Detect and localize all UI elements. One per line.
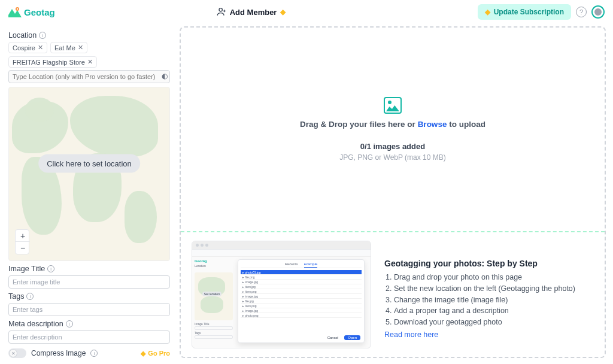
read-more-link[interactable]: Read more here xyxy=(384,330,438,339)
add-member-button[interactable]: Add Member ◆ xyxy=(217,7,286,18)
tags-input[interactable] xyxy=(8,303,170,316)
update-subscription-button[interactable]: ◆ Update Subscription xyxy=(478,4,571,20)
help-title: Geotagging your photos: Step by Step xyxy=(384,259,594,268)
location-chip[interactable]: Cospire✕ xyxy=(8,42,47,53)
update-subscription-label: Update Subscription xyxy=(494,8,564,16)
info-icon[interactable]: i xyxy=(39,32,46,39)
add-member-icon xyxy=(217,7,226,18)
gem-icon: ◆ xyxy=(485,8,490,16)
add-member-label: Add Member xyxy=(230,8,277,17)
go-pro-link[interactable]: ◆Go Pro xyxy=(141,350,170,357)
meta-input[interactable] xyxy=(8,330,170,344)
pro-badge-icon: ◐ xyxy=(162,72,168,80)
help-step: Change the image title (image file) xyxy=(394,295,594,306)
help-panel: Geotag Location Set location Image Title… xyxy=(181,232,605,357)
logo-icon xyxy=(8,7,22,17)
gem-icon: ◆ xyxy=(141,350,145,357)
main-panel: Drag & Drop your files here or Browse to… xyxy=(177,24,613,364)
image-icon xyxy=(384,97,402,114)
top-bar: Geotag Add Member ◆ ◆ Update Subscriptio… xyxy=(0,0,613,24)
compress-toggle[interactable]: ✕ xyxy=(8,348,26,358)
logo[interactable]: Geotag xyxy=(8,7,55,17)
svg-point-2 xyxy=(219,8,222,11)
gem-icon: ◆ xyxy=(280,8,286,16)
location-input[interactable] xyxy=(8,70,170,83)
zoom-out-button[interactable]: − xyxy=(16,242,30,254)
close-icon[interactable]: ✕ xyxy=(78,44,83,51)
sidebar: Location i Cospire✕ Eat Me✕ FREITAG Flag… xyxy=(0,24,177,364)
info-icon[interactable]: i xyxy=(26,293,34,300)
help-steps: Drag and drop your photo on this page Se… xyxy=(384,272,594,328)
drop-text: Drag & Drop your files here or Browse to… xyxy=(300,120,485,129)
drop-zone[interactable]: Drag & Drop your files here or Browse to… xyxy=(181,28,605,231)
location-chip[interactable]: Eat Me✕ xyxy=(50,42,87,53)
avatar[interactable] xyxy=(591,5,605,19)
set-location-button[interactable]: Click here to set location xyxy=(38,154,140,173)
image-title-label: Image Titlei xyxy=(8,265,170,273)
info-icon[interactable]: i xyxy=(66,320,73,327)
compress-label: Compress Image xyxy=(31,349,86,357)
svg-point-1 xyxy=(17,8,18,10)
browse-link[interactable]: Browse xyxy=(418,120,447,129)
tutorial-thumbnail: Geotag Location Set location Image Title… xyxy=(192,241,371,348)
upload-panel: Drag & Drop your files here or Browse to… xyxy=(180,26,606,358)
zoom-in-button[interactable]: + xyxy=(16,230,30,242)
map[interactable]: Click here to set location + − xyxy=(8,87,170,261)
brand-name: Geotag xyxy=(24,7,55,17)
location-label: Location i xyxy=(8,31,170,40)
info-icon[interactable]: i xyxy=(90,350,98,357)
image-title-input[interactable] xyxy=(8,275,170,289)
meta-label: Meta descriptioni xyxy=(8,320,170,328)
help-step: Download your geotagged photo xyxy=(394,317,594,328)
close-icon[interactable]: ✕ xyxy=(87,58,93,66)
help-icon[interactable]: ? xyxy=(576,7,587,17)
location-chips: Cospire✕ Eat Me✕ FREITAG Flagship Store✕ xyxy=(8,42,170,68)
info-icon[interactable]: i xyxy=(47,265,54,272)
format-hint: JPG, PNG or WebP (max 10 MB) xyxy=(339,153,446,162)
help-step: Add a proper tag and a description xyxy=(394,305,594,317)
help-step: Set the new location on the left (Geotag… xyxy=(394,283,594,295)
close-icon[interactable]: ✕ xyxy=(38,44,43,51)
tags-label: Tagsi xyxy=(8,292,170,301)
location-chip[interactable]: FREITAG Flagship Store✕ xyxy=(8,56,97,68)
zoom-control: + − xyxy=(15,229,29,254)
image-count: 0/1 images added xyxy=(360,142,425,151)
help-step: Drag and drop your photo on this page xyxy=(394,272,594,283)
